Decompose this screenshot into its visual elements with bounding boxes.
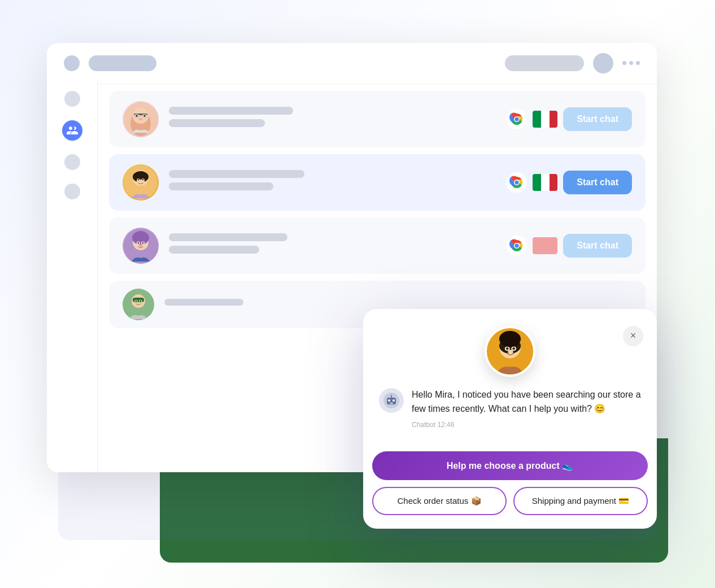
help-choose-product-button[interactable]: Help me choose a product 👟 [372,451,648,480]
agent-info-1 [169,107,496,132]
svg-point-61 [391,394,393,396]
agent-card-1: Start chat [109,91,646,147]
sidebar-item-3[interactable] [64,154,80,170]
topbar-pill [89,55,156,71]
agent-info-3 [169,233,496,258]
start-chat-btn-3[interactable]: Start chat [563,234,632,258]
agent-icons-3: Start chat [507,234,632,258]
svg-point-27 [515,180,519,184]
svg-point-30 [132,231,149,245]
avatar-1-svg [124,102,158,136]
start-chat-btn-1[interactable]: Start chat [563,107,632,131]
agent-line-1b [169,119,265,127]
agent-avatar-4 [123,289,154,320]
topbar-avatar [593,53,613,73]
avatar-2-svg [124,165,158,199]
svg-point-38 [515,243,519,247]
svg-point-57 [388,399,390,402]
svg-point-35 [139,244,142,247]
agent-icons-1: Start chat [507,107,632,131]
svg-point-53 [508,350,513,354]
dot-3 [636,61,640,65]
chat-popup-header: × [363,309,657,377]
avatar-3-svg [124,229,158,263]
svg-point-8 [139,118,142,120]
topbar-search [505,55,584,71]
agent-avatar-3 [123,228,159,264]
agent-avatar-1 [123,101,159,137]
chat-time: 12:46 [437,421,454,429]
chatbot-avatar-icon [379,388,404,413]
agent-line-1a [169,107,293,115]
agent-line-4a [164,299,243,306]
dot-1 [622,61,626,65]
chat-message-text: Hello Mira, I noticed you have been sear… [412,388,641,416]
flag-it-2 [533,174,557,191]
close-chat-button[interactable]: × [623,326,643,346]
svg-point-13 [515,117,519,121]
flag-fr-3 [533,237,557,254]
chat-secondary-actions: Check order status 📦 Shipping and paymen… [372,487,648,515]
agent-line-3a [169,233,287,241]
chat-message-bubble: Hello Mira, I noticed you have been sear… [412,388,641,429]
svg-point-54 [499,331,521,347]
chat-message-row: Hello Mira, I noticed you have been sear… [379,388,641,429]
chat-actions: Help me choose a product 👟 Check order s… [363,451,657,529]
agent-card-2: Start chat [109,154,646,211]
flag-it-1 [533,111,557,128]
sidebar-item-1[interactable] [64,91,80,107]
app-sidebar [47,80,98,472]
agent-info-4 [164,299,632,310]
svg-point-58 [393,399,395,402]
svg-rect-59 [390,403,393,404]
svg-point-7 [143,115,146,117]
check-order-status-button[interactable]: Check order status 📦 [372,487,507,515]
svg-point-44 [136,300,137,301]
agent-icons-2: Start chat [507,171,632,194]
svg-rect-9 [139,115,142,116]
svg-point-51 [506,347,509,350]
agent-line-2a [169,170,304,178]
app-topbar [47,43,657,84]
sidebar-item-4[interactable] [64,184,80,199]
chat-sender: Chatbot [412,421,435,429]
chat-popup: × Hello Mira, I noticed you [363,309,657,529]
svg-point-52 [512,347,515,350]
users-icon [67,126,78,135]
svg-point-33 [138,242,139,243]
start-chat-btn-2[interactable]: Start chat [563,171,632,194]
shipping-payment-button[interactable]: Shipping and payment 💳 [513,487,648,515]
chrome-icon-1 [507,109,527,129]
svg-point-24 [142,178,144,180]
bot-icon [383,393,399,408]
chat-timestamp: Chatbot 12:46 [412,421,641,429]
chat-agent-avatar-svg [487,327,533,376]
svg-point-6 [136,115,138,117]
svg-point-34 [142,242,144,243]
chrome-icon-2 [507,172,527,193]
scene: Start chat [47,26,668,563]
topbar-menu-dots [622,61,640,65]
svg-point-23 [138,178,139,180]
agent-avatar-2 [123,164,159,201]
agent-line-3b [169,246,259,254]
dot-2 [629,61,633,65]
agent-info-2 [169,170,496,195]
sidebar-item-users[interactable] [62,120,82,141]
agent-line-2b [169,182,273,190]
svg-point-45 [140,300,141,301]
agent-card-3: Start chat [109,217,646,274]
chrome-icon-3 [507,236,527,256]
topbar-dot-1 [64,55,80,71]
avatar-4-svg [123,289,154,320]
chat-agent-avatar [485,326,535,377]
